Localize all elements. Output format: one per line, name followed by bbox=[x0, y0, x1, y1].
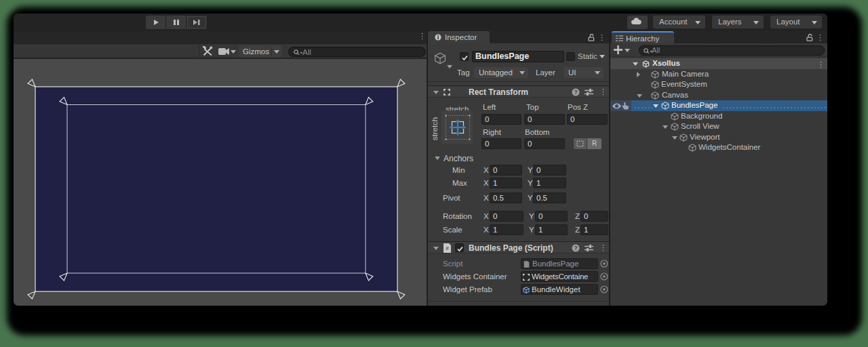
svg-text:?: ? bbox=[574, 89, 577, 96]
svg-text:#: # bbox=[446, 245, 449, 251]
svg-text:?: ? bbox=[574, 245, 577, 251]
